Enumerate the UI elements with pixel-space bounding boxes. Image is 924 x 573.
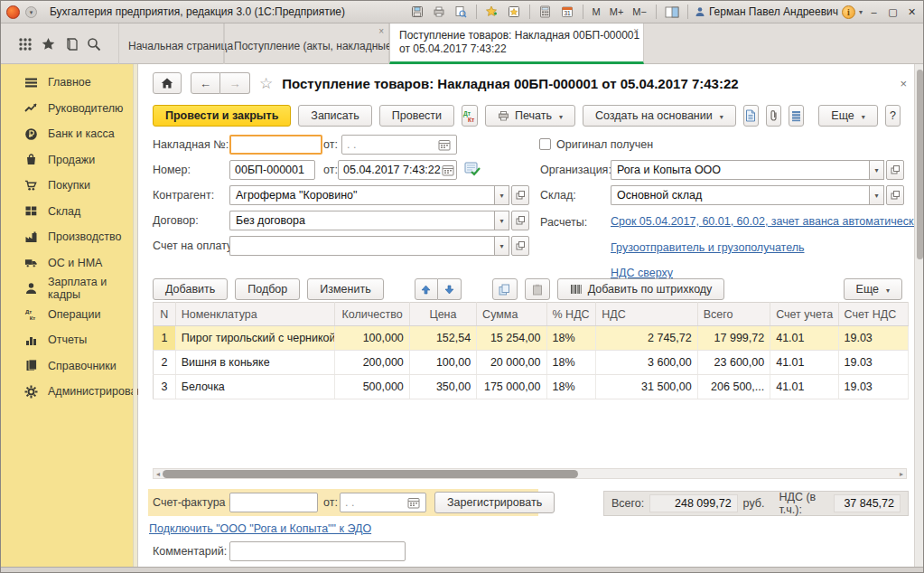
- dt-kt-postings-button[interactable]: ДтКт: [462, 105, 478, 127]
- system-menu-icon[interactable]: [25, 6, 37, 18]
- document-date-input[interactable]: 05.04.2017 7:43:22: [338, 160, 457, 180]
- invoice-number-input[interactable]: [229, 493, 318, 512]
- memory-m-button[interactable]: M: [590, 6, 603, 17]
- post-and-close-button[interactable]: Провести и закрыть: [153, 105, 291, 127]
- sidebar-item-administration[interactable]: Администрирование: [1, 379, 137, 405]
- related-documents-button[interactable]: [743, 105, 759, 127]
- invoice-date-input[interactable]: . .: [341, 135, 457, 155]
- more-button[interactable]: Еще: [818, 105, 877, 127]
- tab-close-icon[interactable]: [378, 27, 384, 36]
- col-total[interactable]: Всего: [697, 303, 770, 326]
- home-button[interactable]: [153, 72, 182, 94]
- col-account[interactable]: Счет учета: [770, 303, 838, 326]
- counterparty-combo[interactable]: Агроферма "Коровино": [229, 185, 529, 205]
- vat-mode-link[interactable]: НДС сверху: [611, 267, 673, 279]
- edo-connect-link[interactable]: Подключить "ООО "Рога и Копыта"" к ЭДО: [149, 522, 371, 535]
- copy-button[interactable]: [492, 278, 518, 300]
- move-up-button[interactable]: [415, 278, 438, 300]
- sidebar-item-operations[interactable]: ДтКт Операции: [1, 302, 137, 328]
- sidebar-item-reports[interactable]: Отчеты: [1, 327, 137, 353]
- close-window-button[interactable]: ✕: [904, 5, 919, 19]
- add-by-barcode-button[interactable]: Добавить по штрихкоду: [557, 278, 725, 300]
- favorite-star-icon[interactable]: ☆: [259, 74, 273, 93]
- table-horizontal-scrollbar[interactable]: ◂ ▸: [153, 468, 907, 479]
- tab-goods-receipt[interactable]: Поступление товаров: Накладная 00БП-0000…: [389, 23, 644, 64]
- consignor-consignee-link[interactable]: Грузоотправитель и грузополучатель: [611, 241, 805, 254]
- move-down-button[interactable]: [438, 278, 462, 300]
- favorites-list-icon[interactable]: [505, 4, 523, 20]
- dropdown-icon[interactable]: [494, 185, 509, 205]
- sidebar-scrollbar[interactable]: [133, 64, 137, 567]
- add-favorite-icon[interactable]: [483, 4, 501, 20]
- sidebar-item-production[interactable]: Производство: [1, 224, 137, 250]
- sidebar-item-manager[interactable]: Руководителю: [1, 96, 137, 122]
- info-caret-icon[interactable]: [859, 8, 863, 16]
- tab-receipts-list[interactable]: Поступление (акты, накладные): [224, 23, 389, 64]
- tab-close-icon[interactable]: [633, 27, 639, 36]
- post-button[interactable]: Провести: [379, 105, 454, 127]
- attachments-button[interactable]: [766, 105, 781, 127]
- sidebar-item-directories[interactable]: Справочники: [1, 353, 137, 380]
- col-vat-rate[interactable]: % НДС: [546, 303, 596, 326]
- contract-combo[interactable]: Без договора: [229, 211, 529, 230]
- col-quantity[interactable]: Количество: [335, 303, 410, 326]
- dropdown-icon[interactable]: [494, 236, 509, 256]
- col-price[interactable]: Цена: [409, 303, 476, 326]
- settlements-link[interactable]: Срок 05.04.2017, 60.01, 60.02, зачет ава…: [611, 215, 919, 228]
- calendar-icon[interactable]: 31: [558, 4, 576, 20]
- table-row[interactable]: 2 Вишня в коньяке 200,000 100,00 20 000,…: [154, 351, 909, 375]
- sidebar-item-purchases[interactable]: Покупки: [1, 173, 137, 199]
- col-vat[interactable]: НДС: [596, 303, 697, 326]
- memory-m-plus-button[interactable]: M+: [607, 6, 627, 17]
- organization-combo[interactable]: Рога и Копыта ООО: [611, 160, 904, 180]
- help-button[interactable]: ?: [885, 105, 901, 127]
- back-button[interactable]: ←: [191, 72, 220, 94]
- col-nomenclature[interactable]: Номенклатура: [175, 303, 334, 326]
- sidebar-item-payroll-hr[interactable]: Зарплата и кадры: [1, 276, 137, 302]
- print-button[interactable]: Печать: [485, 105, 575, 127]
- sidebar-item-sales[interactable]: Продажи: [1, 147, 137, 174]
- print-icon[interactable]: [430, 4, 448, 20]
- original-received-checkbox[interactable]: [539, 138, 551, 150]
- open-item-button[interactable]: [886, 185, 904, 205]
- history-icon[interactable]: [65, 37, 79, 52]
- pick-button[interactable]: Подбор: [235, 278, 300, 300]
- add-row-button[interactable]: Добавить: [153, 278, 228, 300]
- open-item-button[interactable]: [511, 185, 529, 205]
- sections-menu-icon[interactable]: [18, 37, 33, 52]
- open-item-button[interactable]: [511, 236, 529, 256]
- payment-invoice-combo[interactable]: [229, 236, 529, 256]
- comment-input[interactable]: [229, 541, 406, 561]
- tab-home[interactable]: Начальная страница: [118, 23, 224, 64]
- table-row[interactable]: 1 Пирог тирольский с черникой 100,000 15…: [154, 326, 909, 351]
- register-invoice-button[interactable]: Зарегистрировать: [434, 492, 555, 513]
- dropdown-icon[interactable]: [869, 160, 884, 180]
- current-user[interactable]: Герман Павел Андреевич: [695, 5, 838, 18]
- dropdown-icon[interactable]: [494, 211, 509, 230]
- col-n[interactable]: N: [154, 303, 176, 326]
- scroll-thumb[interactable]: [163, 470, 578, 478]
- scroll-right-icon[interactable]: ▸: [897, 470, 906, 478]
- invoice-no-input[interactable]: [229, 135, 322, 155]
- search-icon[interactable]: [87, 37, 101, 52]
- save-button[interactable]: Записать: [298, 105, 371, 127]
- sidebar-item-fixed-assets[interactable]: ОС и НМА: [1, 250, 137, 277]
- favorites-icon[interactable]: [41, 37, 56, 52]
- open-item-button[interactable]: [511, 211, 529, 230]
- sidebar-item-main[interactable]: Главное: [1, 70, 137, 96]
- sidebar-item-bank-cash[interactable]: Банк и касса: [1, 121, 137, 147]
- minimize-button[interactable]: –: [866, 5, 882, 19]
- info-button[interactable]: [842, 5, 855, 19]
- maximize-button[interactable]: ▢: [885, 5, 901, 19]
- warehouse-combo[interactable]: Основной склад: [611, 185, 904, 205]
- edit-row-button[interactable]: Изменить: [307, 278, 383, 300]
- table-more-button[interactable]: Еще: [844, 278, 902, 300]
- close-form-icon[interactable]: [900, 77, 907, 90]
- memory-m-minus-button[interactable]: M−: [630, 6, 649, 17]
- col-vat-account[interactable]: Счет НДС: [838, 303, 908, 326]
- number-input[interactable]: 00БП-000001: [229, 160, 315, 180]
- paste-button[interactable]: [525, 278, 550, 300]
- form-vertical-scrollbar[interactable]: [914, 64, 924, 567]
- print-preview-icon[interactable]: [452, 4, 470, 20]
- forward-button[interactable]: →: [220, 72, 250, 94]
